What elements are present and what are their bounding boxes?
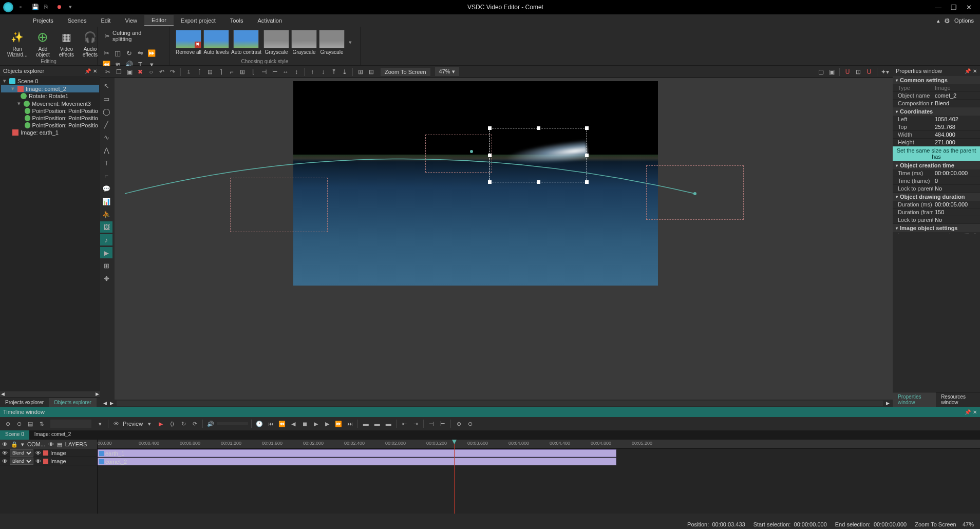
- timeline-tab-scene[interactable]: Scene 0: [0, 430, 29, 440]
- canvas[interactable]: [115, 78, 893, 400]
- handle-bm[interactable]: [537, 180, 540, 184]
- vt-cut-icon[interactable]: ✂: [103, 67, 112, 77]
- tl-preview-dd-icon[interactable]: ▾: [145, 419, 154, 428]
- handle-tm[interactable]: [537, 126, 540, 130]
- options-label[interactable]: Options: [954, 17, 974, 24]
- menu-activation[interactable]: Activation: [250, 15, 289, 26]
- scroll-left-icon[interactable]: ◀: [1, 391, 5, 398]
- tool-cursor-icon[interactable]: ↖: [100, 80, 112, 91]
- tl-marker1-icon[interactable]: ▬: [361, 419, 370, 428]
- tool-line-icon[interactable]: ╱: [100, 119, 112, 130]
- tl-split-icon[interactable]: ⊣: [427, 419, 436, 428]
- prop-lock-parent-1[interactable]: Lock to parentNo: [893, 185, 980, 193]
- quickstyle-auto-contrast[interactable]: Auto contrast: [231, 30, 261, 55]
- tool-rect-icon[interactable]: ▭: [100, 93, 112, 104]
- vt-back-icon[interactable]: ⤓: [340, 67, 349, 77]
- tl-out-icon[interactable]: ⇥: [411, 419, 420, 428]
- vt-undo-icon[interactable]: ○: [146, 67, 156, 77]
- add-object-button[interactable]: ⊕Add object: [31, 28, 54, 59]
- btn-same-size[interactable]: Set the same size as the parent has: [893, 146, 980, 161]
- tool-counter-icon[interactable]: ⊞: [100, 260, 112, 271]
- vt-dist-v-icon[interactable]: ⊢: [270, 67, 279, 77]
- prop-height[interactable]: Height271.000: [893, 139, 980, 146]
- handle-br[interactable]: [585, 180, 589, 184]
- tab-properties[interactable]: Properties window: [893, 392, 936, 407]
- quickstyle-grayscale-1[interactable]: Grayscale: [263, 30, 289, 55]
- vt-same-h-icon[interactable]: ↕: [292, 67, 301, 77]
- tl-join-icon[interactable]: ⊢: [438, 419, 447, 428]
- qat-save-icon[interactable]: 💾: [32, 4, 39, 11]
- tl-slider[interactable]: [50, 420, 91, 428]
- eye-icon[interactable]: 👁: [2, 441, 8, 447]
- prop-duration-ms[interactable]: Duration (ms)00:00:05.000: [893, 201, 980, 209]
- tl-order-icon[interactable]: ⇅: [37, 419, 46, 428]
- pin-icon[interactable]: 📌: [965, 68, 971, 74]
- tl-volume-slider[interactable]: [217, 422, 248, 425]
- tool-cut-icon[interactable]: ✂: [102, 48, 111, 58]
- tl-clock-icon[interactable]: 🕐: [255, 419, 264, 428]
- section-common[interactable]: Common settings: [893, 76, 980, 84]
- eye-icon[interactable]: 👁: [2, 458, 8, 464]
- tool-animation-icon[interactable]: ⛹: [100, 209, 112, 220]
- section-image-settings[interactable]: Image object settings: [893, 224, 980, 232]
- menu-scenes[interactable]: Scenes: [61, 15, 94, 26]
- selection-box[interactable]: [489, 128, 587, 182]
- tl-stop-icon[interactable]: ◼: [300, 419, 309, 428]
- vt-settings-icon[interactable]: ✦▾: [880, 67, 890, 77]
- track-row-1[interactable]: 👁 Blend 👁 Image: [0, 449, 97, 457]
- prop-duration-frame[interactable]: Duration (fram150: [893, 209, 980, 216]
- tool-image-icon[interactable]: 🖼: [100, 221, 112, 233]
- prop-time-ms[interactable]: Time (ms)00:00:00.000: [893, 169, 980, 177]
- track-area[interactable]: 00.00000:00.40000:00.80000:01.20000:01.6…: [98, 440, 980, 514]
- vt-redo2-icon[interactable]: ↷: [168, 67, 177, 77]
- menu-projects[interactable]: Projects: [26, 15, 61, 26]
- hscroll-left-icon[interactable]: ◀: [103, 401, 107, 406]
- tab-resources[interactable]: Resources window: [936, 392, 980, 407]
- tl-eye-icon[interactable]: 👁: [111, 419, 121, 428]
- close-panel-icon[interactable]: ✕: [93, 68, 97, 74]
- menu-edit[interactable]: Edit: [93, 15, 118, 26]
- vt-delete-icon[interactable]: ✖: [136, 67, 145, 77]
- eye-icon[interactable]: 👁: [35, 450, 41, 456]
- tree-scene[interactable]: ▾Scene 0: [1, 77, 99, 85]
- clip-comet[interactable]: comet_2: [98, 458, 616, 465]
- vt-redo-icon[interactable]: ↶: [157, 67, 166, 77]
- prop-width[interactable]: Width484.000: [893, 131, 980, 139]
- hscroll-right-icon[interactable]: ▶: [110, 401, 114, 406]
- tool-rotate-icon[interactable]: ↻: [124, 48, 134, 58]
- vt-u3-icon[interactable]: U: [864, 67, 874, 77]
- vt-paste-icon[interactable]: ▣: [125, 67, 134, 77]
- tool-crop-icon[interactable]: ◫: [113, 48, 122, 58]
- tool-chat-icon[interactable]: 💬: [100, 183, 112, 194]
- quickstyle-remove-all[interactable]: Remove all: [176, 30, 201, 55]
- qat-record-icon[interactable]: ⏺: [56, 4, 64, 11]
- vt-u2-icon[interactable]: ⊡: [854, 67, 863, 77]
- tree-image-comet[interactable]: ▾Image: comet_2: [1, 85, 99, 92]
- tool-audio-icon[interactable]: ♪: [100, 234, 112, 245]
- vt-align-center-icon[interactable]: ⊟: [205, 67, 215, 77]
- vt-align-mid-icon[interactable]: ⊞: [238, 67, 247, 77]
- blend-select[interactable]: Blend: [10, 458, 33, 465]
- time-ruler[interactable]: 00.00000:00.40000:00.80000:01.20000:01.6…: [98, 440, 980, 449]
- menu-export[interactable]: Export project: [174, 15, 223, 26]
- tab-objects-explorer[interactable]: Objects explorer: [49, 398, 97, 407]
- minimize-button[interactable]: —: [935, 4, 941, 11]
- quickstyle-auto-levels[interactable]: Auto levels: [203, 30, 229, 55]
- tl-play2-icon[interactable]: ▶: [311, 419, 321, 428]
- menu-view[interactable]: View: [118, 15, 144, 26]
- prop-object-name[interactable]: Object namecomet_2: [893, 92, 980, 100]
- tool-move-icon[interactable]: ✥: [100, 273, 112, 284]
- tl-marker3-icon[interactable]: ▬: [384, 419, 393, 428]
- handle-tr[interactable]: [585, 126, 589, 130]
- vt-ungroup-icon[interactable]: ⊟: [367, 67, 376, 77]
- run-wizard-button[interactable]: ✨Run Wizard...: [4, 28, 30, 59]
- tl-layer-icon[interactable]: ▤: [26, 419, 35, 428]
- list-icon[interactable]: ▤: [57, 441, 62, 448]
- pin-icon[interactable]: 📌: [85, 68, 91, 74]
- vt-front-icon[interactable]: ⤒: [329, 67, 338, 77]
- vt-group-icon[interactable]: ⊞: [356, 67, 365, 77]
- vt-dist-h-icon[interactable]: ⊣: [259, 67, 269, 77]
- tree-movement[interactable]: ▾Movement: Movement3: [1, 100, 99, 107]
- menu-tools[interactable]: Tools: [223, 15, 251, 26]
- tree-image-earth[interactable]: Image: earth_1: [1, 129, 99, 136]
